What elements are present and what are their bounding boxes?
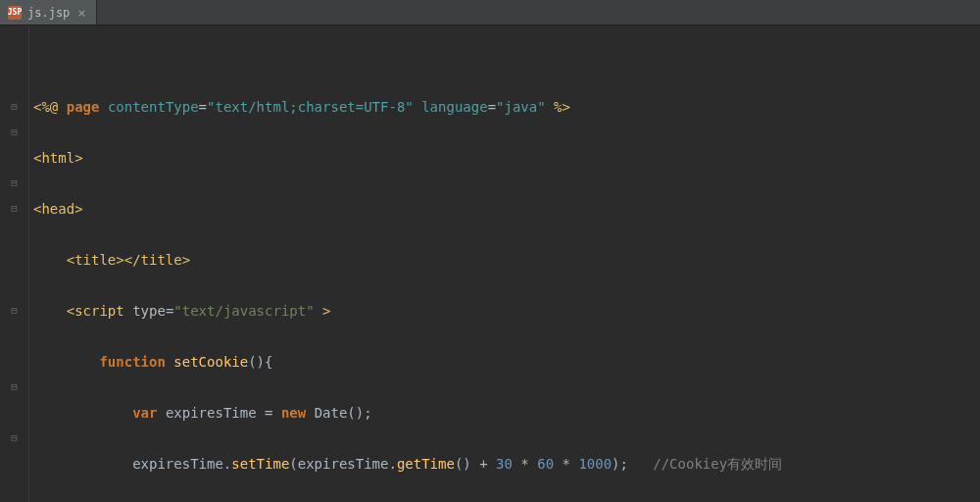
- code-line[interactable]: <html>: [33, 145, 980, 171]
- code-line[interactable]: <title></title>: [33, 247, 980, 273]
- gutter[interactable]: ⊟ ⊟ ⊟ ⊟ ⊟ ⊟ ⊟: [0, 25, 29, 502]
- code-line[interactable]: function setCookie(){: [33, 349, 980, 375]
- tab-bar: JSP js.jsp ×: [0, 0, 980, 25]
- fold-marker[interactable]: [0, 145, 28, 171]
- tab-filename: js.jsp: [27, 6, 70, 20]
- fold-marker[interactable]: ⊟: [0, 196, 28, 222]
- fold-marker[interactable]: ⊟: [0, 120, 28, 145]
- jsp-file-icon: JSP: [8, 6, 22, 20]
- code-line[interactable]: <script type="text/javascript" >: [33, 298, 980, 324]
- code-line[interactable]: <%@ page contentType="text/html;charset=…: [33, 94, 980, 120]
- fold-marker[interactable]: [0, 400, 28, 426]
- fold-marker[interactable]: ⊟: [0, 426, 28, 451]
- code-line[interactable]: var expiresTime = new Date();: [33, 400, 980, 426]
- code-editor[interactable]: <%@ page contentType="text/html;charset=…: [29, 25, 980, 502]
- fold-marker[interactable]: ⊟: [0, 171, 28, 196]
- editor-area: ⊟ ⊟ ⊟ ⊟ ⊟ ⊟ ⊟ <%@ page contentType="text…: [0, 25, 980, 502]
- code-line[interactable]: expiresTime.setTime(expiresTime.getTime(…: [33, 451, 980, 477]
- code-line[interactable]: <head>: [33, 196, 980, 222]
- fold-marker[interactable]: [0, 349, 28, 375]
- fold-marker[interactable]: [0, 451, 28, 477]
- file-tab[interactable]: JSP js.jsp ×: [0, 0, 97, 25]
- fold-marker[interactable]: [0, 69, 28, 94]
- fold-marker[interactable]: [0, 324, 28, 349]
- fold-marker[interactable]: [0, 273, 28, 298]
- fold-marker[interactable]: ⊟: [0, 94, 28, 120]
- fold-marker[interactable]: ⊟: [0, 298, 28, 324]
- fold-marker[interactable]: [0, 222, 28, 247]
- close-icon[interactable]: ×: [75, 5, 87, 21]
- fold-marker[interactable]: [0, 247, 28, 273]
- fold-marker[interactable]: ⊟: [0, 375, 28, 400]
